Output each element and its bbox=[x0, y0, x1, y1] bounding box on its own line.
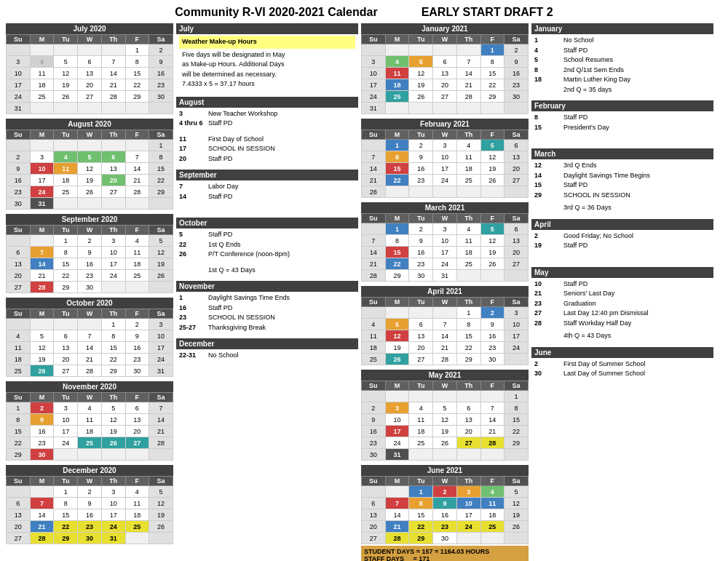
month-jun2021: June 2021 SuMTuWThFSa 12345 6789101112 1… bbox=[361, 465, 529, 561]
month-header-dec2020: December 2020 bbox=[6, 465, 173, 476]
page-title: Community R-VI 2020-2021 Calendar bbox=[175, 6, 377, 19]
notes-december: December 22-31No School bbox=[176, 338, 358, 382]
notes-header-october: October bbox=[176, 218, 358, 228]
month-header-oct2020: October 2020 bbox=[6, 298, 173, 309]
notes-september: September 7Labor Day 14Staff PD bbox=[176, 170, 358, 213]
totals-box: STUDENT DAYS = 157 = 1164.03 HOURS STAFF… bbox=[361, 546, 529, 561]
notes-header-january: January bbox=[531, 23, 713, 34]
notes-header-june: June bbox=[531, 347, 713, 358]
month-oct2020: October 2020 SuMTuWThFSa 123 45678910 11… bbox=[6, 298, 173, 377]
notes-january: January 1No School 4Staff PD 5School Res… bbox=[531, 23, 713, 96]
month-header-jan2021: January 2021 bbox=[361, 23, 529, 34]
month-feb2021: February 2021 SuMTuWThFSa 123456 7891011… bbox=[361, 119, 529, 198]
notes-header-may: May bbox=[531, 267, 713, 278]
notes-may: May 10Staff PD 21Seniors' Last Day 23Gra… bbox=[531, 267, 713, 343]
notes-header-september: September bbox=[176, 170, 358, 180]
notes-november: November 1Daylight Savings Time Ends 16S… bbox=[176, 281, 358, 334]
notes-header-august: August bbox=[176, 97, 358, 108]
notes-february: February 8Staff PD 15President's Day bbox=[531, 100, 713, 144]
month-header-nov2020: November 2020 bbox=[6, 381, 173, 392]
month-dec2020: December 2020 SuMTuWThFSa 12345 67891011… bbox=[6, 465, 173, 544]
month-header-feb2021: February 2021 bbox=[361, 119, 529, 130]
notes-july: July Weather Make-up Hours Five days wil… bbox=[176, 23, 358, 92]
notes-april: April 2Good Friday; No School 19Staff PD bbox=[531, 219, 713, 263]
notes-header-march: March bbox=[531, 148, 713, 159]
page-subtitle: EARLY START DRAFT 2 bbox=[422, 6, 553, 19]
month-mar2021: March 2021 SuMTuWThFSa 123456 7891011121… bbox=[361, 202, 529, 282]
notes-header-february: February bbox=[531, 100, 713, 111]
month-header-jun2021: June 2021 bbox=[361, 465, 529, 476]
month-apr2021: April 2021 SuMTuWThFSa 123 45678910 1112… bbox=[361, 286, 529, 365]
notes-october: October 5Staff PD 221st Q Ends 26P/T Con… bbox=[176, 218, 358, 276]
month-nov2020: November 2020 SuMTuWThFSa 1234567 891011… bbox=[6, 381, 173, 461]
month-jan2021: January 2021 SuMTuWThFSa 12 3456789 1011… bbox=[361, 23, 529, 114]
month-header-mar2021: March 2021 bbox=[361, 202, 529, 213]
month-header-may2021: May 2021 bbox=[361, 370, 529, 381]
month-header-july2020: July 2020 bbox=[6, 23, 173, 34]
month-may2021: May 2021 SuMTuWThFSa 1 2345678 910111213… bbox=[361, 370, 529, 461]
month-aug2020: August 2020 SuMTuWThFSa 1 2345678 910111… bbox=[6, 119, 173, 210]
notes-header-november: November bbox=[176, 281, 358, 292]
month-header-apr2021: April 2021 bbox=[361, 286, 529, 297]
notes-june: June 2First Day of Summer School 30Last … bbox=[531, 347, 713, 391]
month-header-sep2020: September 2020 bbox=[6, 214, 173, 225]
notes-march: March 123rd Q Ends 14Daylight Savings Ti… bbox=[531, 148, 713, 215]
notes-header-december: December bbox=[176, 338, 358, 349]
month-july2020: July 2020 SuMTuWThFSa 12 3456789 1011121… bbox=[6, 23, 173, 114]
notes-header-july: July bbox=[176, 23, 358, 34]
notes-header-april: April bbox=[531, 219, 713, 230]
month-header-aug2020: August 2020 bbox=[6, 119, 173, 130]
month-sep2020: September 2020 SuMTuWThFSa 12345 6789101… bbox=[6, 214, 173, 293]
notes-august: August 3New Teacher Workshop 4 thru 6Sta… bbox=[176, 97, 358, 166]
